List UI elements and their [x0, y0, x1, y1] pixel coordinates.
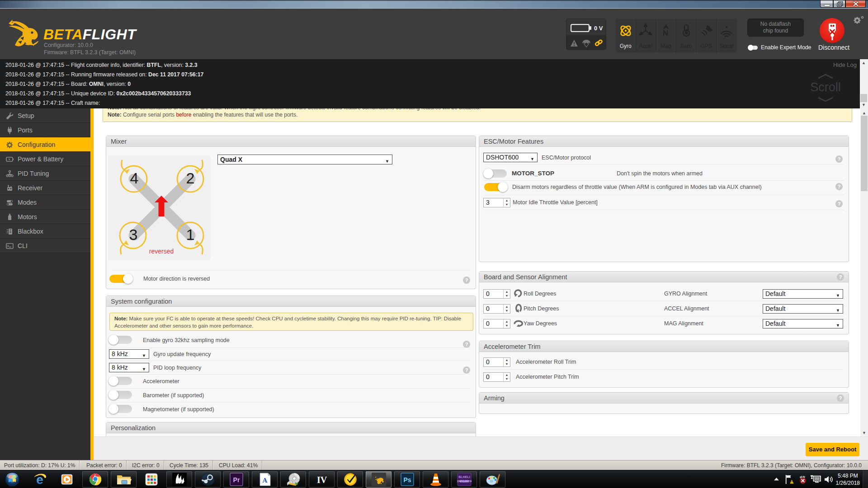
svg-text:Ps: Ps: [403, 476, 411, 483]
svg-text:!: !: [791, 480, 792, 483]
svg-text:4: 4: [130, 169, 139, 187]
svg-text:1: 1: [186, 226, 195, 243]
svg-text:BLHELI: BLHELI: [458, 475, 470, 479]
svg-text:IV: IV: [316, 475, 327, 485]
svg-text:N: N: [663, 29, 668, 38]
svg-text:3: 3: [129, 226, 138, 243]
svg-text:2: 2: [186, 169, 195, 187]
svg-text:reversed: reversed: [149, 248, 174, 255]
svg-text:Pr: Pr: [233, 476, 240, 483]
svg-text:CONFIGURATOR: CONFIGURATOR: [457, 480, 472, 483]
svg-text:A: A: [262, 477, 267, 484]
